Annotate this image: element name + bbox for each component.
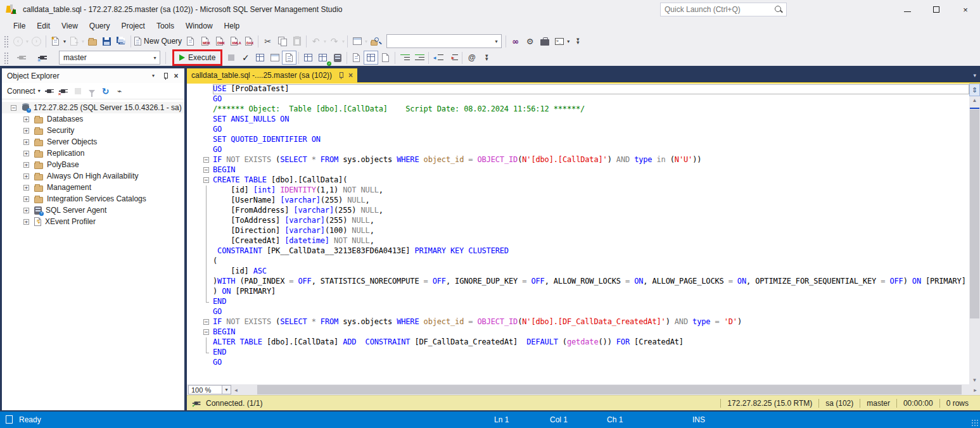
scroll-down-arrow[interactable]: ▼ bbox=[969, 377, 980, 383]
browser-window-button[interactable] bbox=[350, 34, 364, 48]
code-line-text[interactable]: [Direction] [varchar](100) NULL, bbox=[213, 226, 969, 236]
code-line-text[interactable]: ALTER TABLE [dbo].[CallData] ADD CONSTRA… bbox=[213, 337, 969, 348]
status-char[interactable]: Ch 1 bbox=[607, 415, 623, 424]
code-line[interactable]: −IF NOT EXISTS (SELECT * FROM sys.object… bbox=[187, 155, 969, 165]
code-line[interactable]: )WITH (PAD_INDEX = OFF, STATISTICS_NOREC… bbox=[187, 277, 969, 287]
tree-item-always-on-high-availability[interactable]: +Always On High Availability bbox=[2, 170, 184, 182]
navigate-forward-button[interactable]: › bbox=[29, 34, 44, 48]
code-line[interactable]: USE [ProDataTest] bbox=[187, 84, 969, 94]
code-line-text[interactable]: BEGIN bbox=[213, 165, 969, 175]
results-to-grid-button[interactable] bbox=[364, 51, 378, 65]
tree-item-replication[interactable]: +Replication bbox=[2, 148, 184, 159]
toolbox-button[interactable] bbox=[537, 34, 552, 48]
code-line[interactable]: CONSTRAINT [PK__CallData__3213E83FD6A041… bbox=[187, 246, 969, 256]
client-statistics-button[interactable] bbox=[330, 51, 345, 65]
document-list-caret[interactable]: ▾ bbox=[973, 72, 976, 79]
code-line[interactable]: END bbox=[187, 348, 969, 358]
menu-edit[interactable]: Edit bbox=[31, 20, 56, 32]
horizontal-scrollbar[interactable] bbox=[241, 384, 970, 395]
quick-launch-box[interactable] bbox=[660, 3, 787, 16]
find-combobox[interactable]: ▾ bbox=[386, 34, 502, 48]
code-line-text[interactable]: GO bbox=[213, 145, 969, 155]
document-tab[interactable]: calldata_table.sql -....25.master (sa (1… bbox=[187, 68, 357, 82]
new-project-button[interactable]: ★ bbox=[48, 34, 63, 48]
new-query-button[interactable]: New Query bbox=[133, 34, 183, 48]
toolbar2-overflow-button[interactable]: ▾▾ bbox=[479, 51, 493, 65]
panel-menu-button[interactable]: ▾ bbox=[148, 70, 159, 82]
collapse-box-icon[interactable]: − bbox=[203, 177, 209, 183]
expander-icon[interactable]: + bbox=[23, 151, 29, 156]
menu-window[interactable]: Window bbox=[180, 20, 219, 32]
code-line-text[interactable]: IF NOT EXISTS (SELECT * FROM sys.objects… bbox=[213, 317, 969, 327]
resize-grip[interactable] bbox=[971, 419, 979, 427]
code-line-text[interactable]: BEGIN bbox=[213, 327, 969, 337]
menu-file[interactable]: File bbox=[8, 20, 31, 32]
include-actual-plan-button[interactable] bbox=[301, 51, 315, 65]
code-line-text[interactable]: [id] [int] IDENTITY(1,1) NOT NULL, bbox=[213, 186, 969, 196]
comment-button[interactable] bbox=[397, 51, 412, 65]
code-line-text[interactable]: SET QUOTED_IDENTIFIER ON bbox=[213, 135, 969, 145]
code-line[interactable]: [UserName] [varchar](255) NULL, bbox=[187, 196, 969, 206]
tree-item-management[interactable]: +Management bbox=[2, 182, 184, 193]
status-column[interactable]: Col 1 bbox=[550, 415, 568, 424]
tree-item-integration-services-catalogs[interactable]: +Integration Services Catalogs bbox=[2, 193, 184, 205]
find-combobox-caret[interactable]: ▾ bbox=[492, 35, 501, 47]
minimize-button[interactable] bbox=[893, 0, 922, 19]
undo-button[interactable]: ↶ bbox=[309, 34, 323, 48]
code-line-text[interactable]: CREATE TABLE [dbo].[CallData]( bbox=[213, 175, 969, 186]
oe-refresh-button[interactable]: ↻ bbox=[99, 84, 112, 98]
code-line[interactable]: SET ANSI_NULLS ON bbox=[187, 115, 969, 125]
code-line-text[interactable]: [UserName] [varchar](255) NULL, bbox=[213, 196, 969, 206]
execute-button[interactable]: Execute bbox=[175, 51, 219, 65]
tree-item-polybase[interactable]: +PolyBase bbox=[2, 159, 184, 170]
template-parameters-button[interactable]: @ bbox=[464, 51, 479, 65]
code-line[interactable]: ( bbox=[187, 256, 969, 267]
code-area[interactable]: USE [ProDataTest]GO/****** Object: Table… bbox=[187, 84, 969, 384]
code-line[interactable]: [id] [int] IDENTITY(1,1) NOT NULL, bbox=[187, 186, 969, 196]
code-line-text[interactable]: [id] ASC bbox=[213, 267, 969, 277]
collapse-box-icon[interactable]: − bbox=[203, 167, 209, 173]
oe-connect-button[interactable] bbox=[44, 84, 56, 98]
panel-pin-button[interactable] bbox=[159, 70, 170, 82]
save-all-button[interactable] bbox=[114, 34, 129, 48]
zoom-combobox[interactable]: 100 % bbox=[188, 385, 222, 394]
code-line-text[interactable]: END bbox=[213, 297, 969, 307]
toolbar-overflow-button[interactable]: ▾▾ bbox=[570, 34, 585, 48]
code-line-text[interactable]: [CreatedAt] [datetime] NOT NULL, bbox=[213, 236, 969, 246]
tab-pin-icon[interactable] bbox=[336, 72, 344, 79]
save-button[interactable] bbox=[99, 34, 114, 48]
code-line-text[interactable]: USE [ProDataTest] bbox=[213, 84, 969, 94]
results-to-file-button[interactable] bbox=[378, 51, 393, 65]
vertical-scrollbar[interactable]: ⇕ ▲ ▼ bbox=[969, 84, 980, 384]
code-line-text[interactable]: GO bbox=[213, 358, 969, 368]
code-line[interactable]: −CREATE TABLE [dbo].[CallData]( bbox=[187, 175, 969, 186]
change-connection-button[interactable]: ✳ bbox=[35, 51, 50, 65]
code-line[interactable]: −BEGIN bbox=[187, 165, 969, 175]
expander-icon[interactable]: + bbox=[23, 219, 29, 225]
code-line[interactable]: ) ON [PRIMARY] bbox=[187, 287, 969, 297]
redo-button[interactable]: ↷ bbox=[327, 34, 341, 48]
scroll-right-arrow[interactable]: ▸ bbox=[970, 387, 980, 393]
tree-item-sql-server-agent[interactable]: +?SQL Server Agent bbox=[2, 205, 184, 216]
menu-help[interactable]: Help bbox=[219, 20, 246, 32]
expander-icon[interactable]: + bbox=[23, 173, 29, 179]
expander-icon[interactable]: + bbox=[23, 196, 29, 202]
collapse-box-icon[interactable]: − bbox=[203, 319, 209, 325]
code-line[interactable]: ALTER TABLE [dbo].[CallData] ADD CONSTRA… bbox=[187, 337, 969, 348]
tree-item-xevent-profiler[interactable]: +↯XEvent Profiler bbox=[2, 216, 184, 227]
tree-item-server[interactable]: −?172.27.82.25 (SQL Server 15.0.4326.1 -… bbox=[2, 102, 184, 113]
splitter-handle[interactable]: ⇕ bbox=[969, 84, 980, 96]
code-line[interactable]: GO bbox=[187, 307, 969, 317]
cancel-query-button[interactable] bbox=[224, 51, 238, 65]
navigate-backward-button[interactable]: ‹ bbox=[11, 34, 25, 48]
code-line[interactable]: GO bbox=[187, 358, 969, 368]
code-line-text[interactable]: )WITH (PAD_INDEX = OFF, STATISTICS_NOREC… bbox=[213, 277, 969, 287]
command-window-button[interactable]: >_ bbox=[552, 34, 566, 48]
code-line[interactable]: /****** Object: Table [dbo].[CallData] S… bbox=[187, 104, 969, 115]
code-line[interactable]: GO bbox=[187, 145, 969, 155]
code-line-text[interactable]: [ToAddress] [varchar](255) NULL, bbox=[213, 216, 969, 226]
expander-icon[interactable]: + bbox=[23, 185, 29, 191]
collapse-box-icon[interactable]: − bbox=[203, 157, 209, 163]
expander-icon[interactable]: − bbox=[11, 105, 16, 111]
copy-button[interactable] bbox=[275, 34, 290, 48]
